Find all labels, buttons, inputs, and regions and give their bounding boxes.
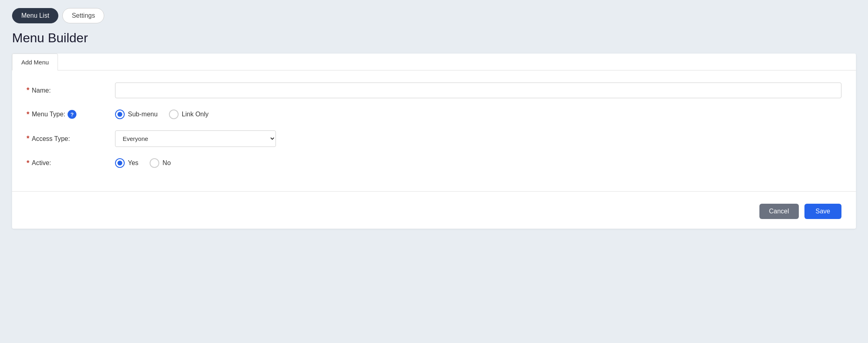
name-label-text: Name: bbox=[32, 87, 51, 94]
access-type-label-text: Access Type: bbox=[32, 135, 70, 143]
page-title: Menu Builder bbox=[12, 31, 856, 45]
name-input[interactable] bbox=[115, 83, 841, 98]
yes-label: Yes bbox=[128, 159, 138, 167]
menu-type-option-link-only[interactable]: Link Only bbox=[169, 110, 209, 119]
sub-menu-label: Sub-menu bbox=[128, 111, 158, 118]
form-body: * Name: * Menu Type: ? Sub-menu bbox=[12, 70, 856, 187]
access-type-label: * Access Type: bbox=[27, 134, 115, 143]
name-row: * Name: bbox=[27, 83, 841, 98]
menu-type-label: * Menu Type: ? bbox=[27, 110, 115, 119]
active-label-text: Active: bbox=[32, 159, 51, 167]
active-required-star: * bbox=[27, 159, 29, 167]
tab-settings[interactable]: Settings bbox=[62, 8, 104, 23]
menu-type-required-star: * bbox=[27, 110, 29, 119]
access-type-required-star: * bbox=[27, 134, 29, 143]
card-tab-add-menu[interactable]: Add Menu bbox=[12, 54, 58, 70]
form-footer: Cancel Save bbox=[12, 200, 856, 229]
name-required-star: * bbox=[27, 86, 29, 95]
link-only-radio-circle bbox=[169, 110, 179, 119]
card-tabs: Add Menu bbox=[12, 54, 856, 70]
link-only-label: Link Only bbox=[182, 111, 209, 118]
no-radio-circle bbox=[150, 158, 159, 168]
menu-type-help-icon[interactable]: ? bbox=[68, 110, 76, 119]
active-option-no[interactable]: No bbox=[150, 158, 171, 168]
menu-type-row: * Menu Type: ? Sub-menu Link Only bbox=[27, 110, 841, 119]
active-control-area: Yes No bbox=[115, 158, 841, 168]
name-label: * Name: bbox=[27, 86, 115, 95]
menu-type-label-text: Menu Type: bbox=[32, 111, 65, 118]
save-button[interactable]: Save bbox=[804, 204, 841, 219]
menu-type-option-sub-menu[interactable]: Sub-menu bbox=[115, 110, 158, 119]
form-divider bbox=[12, 191, 856, 192]
sub-menu-radio-circle bbox=[115, 110, 125, 119]
main-card: Add Menu * Name: * Menu Type: ? bbox=[12, 54, 856, 229]
access-type-control-area: Everyone Logged In Logged Out bbox=[115, 130, 841, 147]
active-label: * Active: bbox=[27, 159, 115, 167]
access-type-row: * Access Type: Everyone Logged In Logged… bbox=[27, 130, 841, 147]
top-tabs: Menu List Settings bbox=[12, 8, 856, 23]
active-option-yes[interactable]: Yes bbox=[115, 158, 138, 168]
tab-menu-list[interactable]: Menu List bbox=[12, 8, 58, 23]
menu-type-control-area: Sub-menu Link Only bbox=[115, 110, 841, 119]
no-label: No bbox=[162, 159, 171, 167]
yes-radio-circle bbox=[115, 158, 125, 168]
active-radio-group: Yes No bbox=[115, 158, 841, 168]
cancel-button[interactable]: Cancel bbox=[759, 204, 799, 219]
menu-type-radio-group: Sub-menu Link Only bbox=[115, 110, 841, 119]
access-type-select[interactable]: Everyone Logged In Logged Out bbox=[115, 130, 276, 147]
active-row: * Active: Yes No bbox=[27, 158, 841, 168]
name-input-area bbox=[115, 83, 841, 98]
